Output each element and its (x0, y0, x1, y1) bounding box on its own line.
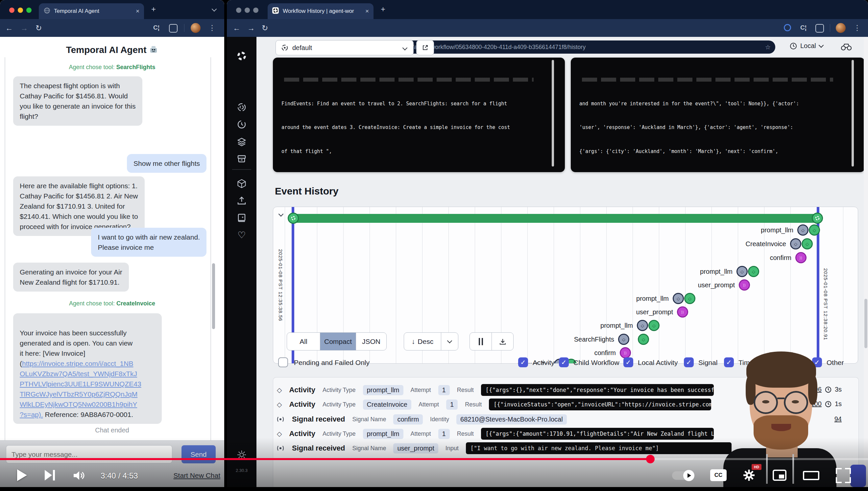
zoom-traffic-light[interactable] (253, 7, 258, 13)
view-compact-button[interactable]: Compact (320, 333, 356, 350)
next-button[interactable] (45, 470, 55, 481)
batch-archive-icon[interactable] (236, 153, 248, 165)
chat-scrollbar-thumb[interactable] (212, 263, 215, 329)
event-row-activity[interactable]: ◇ Activity Activity Type prompt_llm Atte… (277, 383, 714, 397)
timeline-event[interactable]: prompt_llm◇◇ (700, 266, 759, 277)
password-extension-icon[interactable]: C¦ (800, 24, 807, 31)
timeline-event[interactable]: prompt_llm◇◇ (636, 293, 695, 304)
sort-desc-button[interactable]: ↓Desc (404, 333, 441, 350)
activity-completed-icon: ◇ (638, 334, 649, 345)
extensions-icon[interactable] (815, 24, 824, 33)
volume-icon[interactable] (73, 470, 85, 482)
onepassword-extension-icon[interactable] (784, 24, 791, 31)
reload-icon[interactable]: ↻ (262, 24, 268, 33)
forward-icon[interactable]: → (20, 24, 28, 33)
tab-close-icon[interactable]: × (136, 7, 140, 15)
zoom-traffic-light[interactable] (26, 7, 32, 13)
fullscreen-button[interactable] (836, 468, 851, 483)
workflow-end-icon[interactable] (812, 212, 823, 224)
reload-icon[interactable]: ↻ (35, 24, 42, 33)
password-extension-icon[interactable]: C¦ (153, 24, 159, 31)
tab-workflow-history[interactable]: Workflow History | agent-wor × (268, 3, 373, 19)
tab-close-icon[interactable]: × (365, 7, 369, 15)
activity-completed-icon: ◇ (809, 225, 820, 236)
timeline-event[interactable]: user_prompt)) (636, 307, 688, 318)
profile-avatar[interactable] (191, 23, 200, 33)
bookmark-star-icon[interactable]: ☆ (765, 44, 771, 51)
page-scrollbar-thumb[interactable] (864, 299, 867, 348)
invoice-link[interactable]: https://invoice.stripe.com/i/acct_1NB OL… (20, 360, 142, 418)
event-row-signal[interactable]: Signal received Signal Name confirm Iden… (276, 412, 567, 427)
down-arrow-icon: ↓ (412, 338, 415, 346)
activity-scheduled-icon: ◇ (790, 238, 801, 250)
schedules-clock-icon[interactable] (236, 118, 248, 130)
activity-completed-icon: ◇ (648, 320, 659, 331)
workflow-execution-bar[interactable] (293, 214, 819, 223)
profile-avatar[interactable] (836, 23, 846, 33)
timeline-event[interactable]: SearchFlights◇◇ (574, 334, 649, 345)
presenter-eye (792, 400, 799, 403)
pause-button[interactable] (470, 333, 492, 350)
filter-checkbox-local-activity[interactable]: ✓ (623, 357, 633, 367)
minimize-traffic-light[interactable] (245, 7, 250, 13)
view-all-button[interactable]: All (287, 333, 320, 350)
timeline-event[interactable]: confirm)) (770, 252, 807, 263)
tab-temporal-ai-agent[interactable]: Temporal AI Agent × (39, 3, 144, 19)
filter-checkbox-signal[interactable]: ✓ (684, 357, 694, 367)
code-panel-scrollbar[interactable] (552, 60, 554, 167)
workflow-start-icon[interactable] (288, 212, 299, 224)
captions-button[interactable]: CC (710, 469, 726, 481)
theater-mode-button[interactable] (803, 471, 819, 480)
nexus-cube-icon[interactable] (236, 178, 248, 190)
open-in-new-button[interactable] (416, 40, 434, 55)
download-button[interactable] (492, 333, 513, 350)
event-row-activity[interactable]: ◇ Activity Activity Type CreateInvoice A… (277, 397, 711, 412)
extensions-icon[interactable] (169, 24, 178, 33)
collapse-chevron-icon[interactable] (278, 211, 284, 217)
namespace-select[interactable]: default (276, 40, 414, 55)
namespaces-icon[interactable] (236, 102, 248, 113)
browser-menu-kebab-icon[interactable]: ⋮ (854, 24, 861, 32)
close-traffic-light[interactable] (236, 7, 241, 13)
browser-menu-kebab-icon[interactable]: ⋮ (209, 24, 216, 32)
timezone-select[interactable]: Local (790, 42, 823, 50)
sort-options-chevron[interactable] (441, 333, 458, 350)
chevron-down-icon (819, 43, 824, 48)
workflow-result-code-panel[interactable]: and month you're interested in for the e… (571, 58, 865, 172)
deployments-layers-icon[interactable] (236, 136, 248, 147)
miniplayer-button[interactable] (773, 470, 786, 481)
forward-icon[interactable]: → (247, 24, 255, 33)
import-upload-icon[interactable] (236, 195, 248, 207)
new-tab-button[interactable]: + (151, 5, 156, 14)
filter-checkbox-child-workflow[interactable]: ✓ (559, 357, 569, 367)
filter-checkbox-activity[interactable]: ✓ (518, 357, 528, 367)
autoplay-toggle[interactable] (672, 471, 694, 480)
temporal-sidebar: ♡ 2.30.3 (227, 37, 256, 491)
settings-gear-icon[interactable] (742, 469, 755, 483)
activity-scheduled-icon: ◇ (618, 334, 629, 345)
code-panel-scrollbar[interactable] (851, 60, 854, 167)
signal-icon: )) (620, 347, 631, 358)
new-tab-button[interactable]: + (381, 5, 385, 14)
workflow-input-code-panel[interactable]: FindEvents: Find an event to travel to 2… (273, 58, 565, 172)
timeline-event[interactable]: CreateInvoice◇◇ (746, 238, 813, 250)
back-icon[interactable]: ← (5, 24, 13, 33)
timeline-event[interactable]: prompt_llm◇◇ (761, 225, 820, 236)
back-icon[interactable]: ← (233, 24, 240, 33)
play-button[interactable] (17, 469, 27, 481)
timeline-event[interactable]: confirm)) (594, 347, 631, 358)
close-traffic-light[interactable] (9, 7, 14, 13)
minimize-traffic-light[interactable] (18, 7, 23, 13)
labs-book-icon[interactable] (236, 212, 248, 224)
timeline-event[interactable]: prompt_llm◇◇ (600, 320, 659, 331)
temporal-logo-icon[interactable] (236, 50, 248, 62)
timeline-event[interactable]: user_prompt)) (698, 280, 750, 291)
tab-search-chevron-icon[interactable] (212, 7, 217, 12)
feedback-heart-icon[interactable]: ♡ (236, 229, 248, 241)
clipped-code-line (582, 78, 833, 82)
signal-received-icon (276, 416, 285, 423)
view-json-button[interactable]: JSON (356, 333, 386, 350)
data-encoder-binoculars-icon[interactable] (840, 41, 852, 53)
progress-scrubber[interactable] (646, 455, 655, 463)
pending-failed-checkbox[interactable] (278, 357, 288, 367)
